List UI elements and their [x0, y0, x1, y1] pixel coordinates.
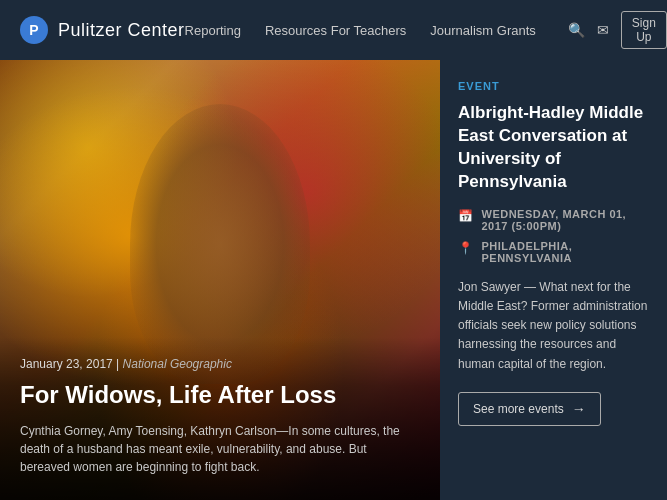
nav-journalism-grants[interactable]: Journalism Grants [430, 23, 535, 38]
event-label: EVENT [458, 80, 649, 92]
nav-icons: 🔍 ✉ Sign Up [568, 11, 667, 49]
main-nav: Reporting Resources For Teachers Journal… [185, 11, 667, 49]
article-excerpt: Cynthia Gorney, Amy Toensing, Kathryn Ca… [20, 422, 420, 476]
event-date: WEDNESDAY, MARCH 01, 2017 (5:00PM) [482, 208, 650, 232]
nav-reporting[interactable]: Reporting [185, 23, 241, 38]
search-icon[interactable]: 🔍 [568, 22, 585, 38]
article-overlay: January 23, 2017 | National Geographic F… [0, 337, 440, 500]
logo-area: P Pulitzer Center [20, 16, 185, 44]
event-location: PHILADELPHIA, PENNSYLVANIA [482, 240, 650, 264]
article-section: January 23, 2017 | National Geographic F… [0, 60, 440, 500]
event-meta: 📅 WEDNESDAY, MARCH 01, 2017 (5:00PM) 📍 P… [458, 208, 649, 264]
location-icon: 📍 [458, 241, 474, 255]
article-date: January 23, 2017 | National Geographic [20, 357, 420, 371]
event-location-meta: 📍 PHILADELPHIA, PENNSYLVANIA [458, 240, 649, 264]
sign-up-button[interactable]: Sign Up [621, 11, 667, 49]
event-description: Jon Sawyer — What next for the Middle Ea… [458, 278, 649, 374]
site-header: P Pulitzer Center Reporting Resources Fo… [0, 0, 667, 60]
nav-resources-for-teachers[interactable]: Resources For Teachers [265, 23, 406, 38]
event-title: Albright-Hadley Middle East Conversation… [458, 102, 649, 194]
event-date-meta: 📅 WEDNESDAY, MARCH 01, 2017 (5:00PM) [458, 208, 649, 232]
email-icon[interactable]: ✉ [597, 22, 609, 38]
see-more-label: See more events [473, 402, 564, 416]
event-section: EVENT Albright-Hadley Middle East Conver… [440, 60, 667, 500]
logo-icon: P [20, 16, 48, 44]
calendar-icon: 📅 [458, 209, 474, 223]
see-more-events-button[interactable]: See more events → [458, 392, 601, 426]
article-source: National Geographic [123, 357, 232, 371]
article-title[interactable]: For Widows, Life After Loss [20, 379, 420, 410]
date-separator: | [116, 357, 119, 371]
logo-text: Pulitzer Center [58, 20, 185, 41]
main-content: January 23, 2017 | National Geographic F… [0, 60, 667, 500]
arrow-right-icon: → [572, 401, 586, 417]
